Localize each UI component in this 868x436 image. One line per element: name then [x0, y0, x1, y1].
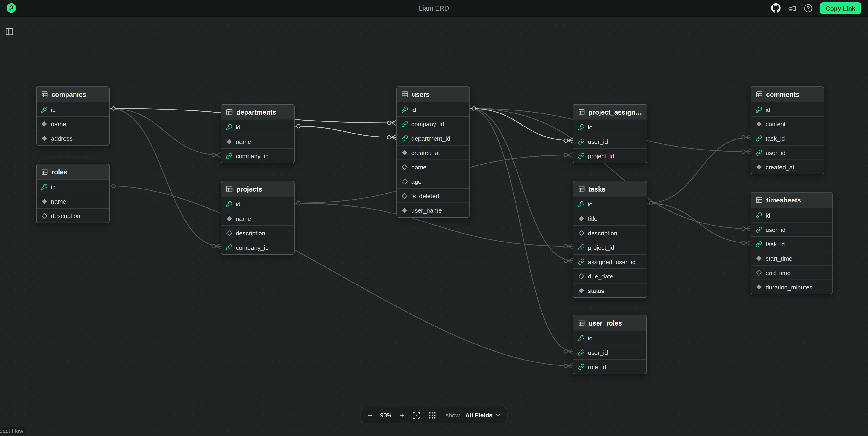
field-row-is_deleted[interactable]: is_deleted — [397, 188, 470, 203]
table-comments[interactable]: commentsidcontenttask_iduser_idcreated_a… — [751, 86, 824, 175]
field-row-content[interactable]: content — [751, 116, 824, 131]
table-header[interactable]: roles — [36, 164, 109, 179]
field-row-company_id[interactable]: company_id — [397, 116, 470, 131]
field-row-project_id[interactable]: project_id — [574, 148, 647, 163]
field-row-id[interactable]: id — [751, 208, 832, 222]
table-project_assignments[interactable]: project_assignmentsiduser_idproject_id — [573, 104, 647, 163]
table-header[interactable]: comments — [751, 87, 824, 102]
table-users[interactable]: usersidcompany_iddepartment_idcreated_at… — [396, 86, 470, 218]
not-null-icon — [226, 138, 232, 145]
table-header[interactable]: projects — [221, 182, 294, 196]
field-row-task_id[interactable]: task_id — [751, 236, 832, 251]
fields-filter-dropdown[interactable]: All Fields — [465, 412, 501, 418]
table-icon — [756, 196, 763, 204]
nullable-icon — [401, 192, 408, 199]
zoom-out-button[interactable]: − — [367, 410, 373, 420]
table-header[interactable]: timesheets — [751, 193, 832, 208]
field-name: id — [236, 201, 241, 207]
field-name: company_id — [236, 244, 269, 250]
nullable-icon — [401, 164, 408, 170]
field-row-age[interactable]: age — [397, 174, 470, 188]
table-header[interactable]: user_roles — [574, 315, 646, 330]
field-row-end_time[interactable]: end_time — [751, 265, 832, 279]
primary-key-icon — [41, 106, 48, 113]
field-row-status[interactable]: status — [574, 283, 647, 297]
not-null-icon — [756, 120, 762, 127]
sidebar-toggle-button[interactable] — [3, 25, 16, 40]
field-row-id[interactable]: id — [574, 120, 647, 134]
field-row-id[interactable]: id — [221, 120, 294, 134]
field-name: created_at — [766, 164, 794, 170]
table-name: users — [412, 90, 430, 98]
field-row-created_at[interactable]: created_at — [397, 145, 470, 159]
table-companies[interactable]: companiesidnameaddress — [36, 86, 110, 146]
field-row-department_id[interactable]: department_id — [397, 131, 470, 145]
react-flow-attribution[interactable]: React Flow — [0, 427, 26, 435]
table-projects[interactable]: projectsidnamedescriptioncompany_id — [221, 181, 294, 254]
field-row-start_time[interactable]: start_time — [751, 251, 832, 265]
table-header[interactable]: companies — [36, 87, 109, 102]
field-row-due_date[interactable]: due_date — [574, 269, 647, 283]
zoom-in-button[interactable]: + — [399, 410, 406, 420]
field-row-user_name[interactable]: user_name — [397, 203, 470, 217]
table-header[interactable]: departments — [221, 104, 294, 119]
field-row-name[interactable]: name — [221, 134, 294, 148]
field-row-user_id[interactable]: user_id — [574, 345, 646, 359]
field-row-id[interactable]: id — [36, 102, 109, 116]
field-name: description — [236, 229, 265, 236]
header-actions: Copy Link — [771, 2, 861, 14]
field-row-project_id[interactable]: project_id — [574, 240, 647, 254]
help-button[interactable] — [804, 4, 812, 12]
table-header[interactable]: users — [397, 87, 470, 102]
field-name: project_id — [588, 244, 614, 250]
field-row-id[interactable]: id — [751, 102, 824, 116]
field-row-id[interactable]: id — [574, 196, 647, 211]
field-row-company_id[interactable]: company_id — [221, 240, 294, 254]
table-timesheets[interactable]: timesheetsiduser_idtask_idstart_timeend_… — [751, 192, 833, 294]
table-name: tasks — [589, 185, 606, 193]
table-roles[interactable]: rolesidnamedescription — [36, 164, 110, 223]
primary-key-icon — [578, 335, 584, 341]
table-header[interactable]: tasks — [574, 182, 647, 196]
field-row-company_id[interactable]: company_id — [221, 148, 294, 163]
field-name: age — [411, 178, 422, 185]
foreign-key-icon — [226, 153, 232, 159]
table-user_roles[interactable]: user_rolesiduser_idrole_id — [573, 315, 647, 374]
github-button[interactable] — [771, 3, 780, 13]
field-row-name[interactable]: name — [397, 159, 470, 174]
field-name: user_id — [766, 149, 785, 156]
copy-link-button[interactable]: Copy Link — [820, 2, 861, 14]
fit-view-button[interactable] — [411, 410, 422, 421]
field-row-user_id[interactable]: user_id — [574, 134, 647, 148]
field-row-description[interactable]: description — [36, 208, 109, 223]
table-tasks[interactable]: tasksidtitledescriptionproject_idassigne… — [573, 181, 647, 298]
nullable-icon — [401, 178, 408, 185]
field-row-id[interactable]: id — [221, 196, 294, 211]
field-name: id — [411, 106, 416, 113]
field-row-id[interactable]: id — [397, 102, 470, 116]
field-row-user_id[interactable]: user_id — [751, 222, 832, 236]
field-row-address[interactable]: address — [36, 131, 109, 145]
foreign-key-icon — [226, 244, 232, 250]
field-name: user_name — [411, 207, 442, 213]
field-row-created_at[interactable]: created_at — [751, 159, 824, 174]
field-row-role_id[interactable]: role_id — [574, 359, 646, 374]
field-name: name — [411, 164, 427, 170]
field-row-id[interactable]: id — [36, 180, 109, 194]
field-row-task_id[interactable]: task_id — [751, 131, 824, 145]
field-row-assigned_user_id[interactable]: assigned_user_id — [574, 254, 647, 269]
field-row-user_id[interactable]: user_id — [751, 145, 824, 159]
field-row-description[interactable]: description — [221, 225, 294, 240]
field-row-duration_minutes[interactable]: duration_minutes — [751, 279, 832, 294]
field-row-name[interactable]: name — [221, 211, 294, 225]
field-row-name[interactable]: name — [36, 116, 109, 131]
table-departments[interactable]: departmentsidnamecompany_id — [221, 104, 294, 163]
erd-canvas[interactable]: companiesidnameaddressrolesidnamedescrip… — [0, 0, 868, 436]
field-row-title[interactable]: title — [574, 211, 647, 225]
field-row-description[interactable]: description — [574, 225, 647, 240]
field-row-id[interactable]: id — [574, 331, 646, 345]
field-row-name[interactable]: name — [36, 194, 109, 208]
table-header[interactable]: project_assignments — [574, 104, 647, 119]
announcements-button[interactable] — [788, 4, 797, 12]
tidy-up-button[interactable] — [427, 410, 438, 421]
